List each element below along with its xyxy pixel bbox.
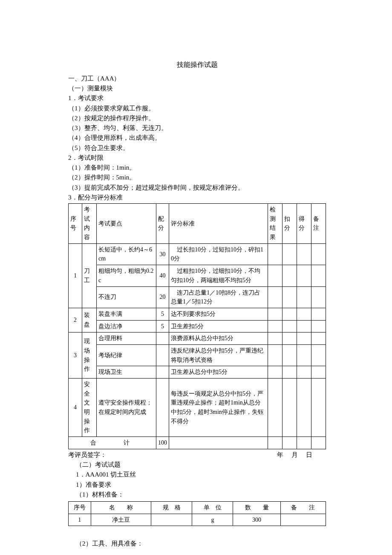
mth-remark: 备 注	[280, 502, 326, 514]
mth-spec: 规 格	[151, 502, 192, 514]
cell-point: 长短适中，长约4～6cm	[97, 243, 156, 265]
cell-point: 遵守安全操作规程；在规定时间内完成	[97, 379, 156, 437]
cell-remark	[311, 332, 326, 345]
section1-heading: 一、刀工（AAA）	[68, 74, 326, 84]
mcell-unit: g	[192, 514, 233, 526]
mcell-remark	[280, 514, 326, 526]
req-item: （4）合理使用原料，出成率高。	[68, 133, 326, 143]
cell-deduct	[282, 265, 297, 286]
req-item: （5）符合卫生要求。	[68, 143, 326, 153]
total-row: 合 计 100	[69, 437, 326, 449]
total-score: 100	[156, 437, 169, 449]
cell-point: 装盘丰满	[97, 308, 156, 320]
cell-check	[268, 265, 282, 286]
cell-content: 现场操作	[82, 332, 97, 379]
cell-remark	[311, 308, 326, 320]
mcell-qty: 300	[233, 514, 280, 526]
cell-check	[268, 437, 282, 449]
cell-deduct	[282, 243, 297, 265]
th-deduct: 扣分	[282, 204, 297, 244]
req-heading: 1．考试要求	[68, 93, 326, 103]
cell-remark	[311, 437, 326, 449]
cell-point: 考场纪律	[97, 344, 156, 366]
cell-deduct	[282, 366, 297, 379]
mth-seq: 序号	[69, 502, 91, 514]
cell-point: 盘边洁净	[97, 320, 156, 332]
table-row: 3 现场操作 合理用料 浪费原料从总分中扣5分	[69, 332, 326, 345]
cell-score	[156, 344, 169, 366]
cell-got	[297, 366, 311, 379]
cell-score: 5	[156, 308, 169, 320]
materials-table: 序号 名 称 规 格 单 位 数 量 备 注 1 净土豆 g 300	[68, 501, 326, 526]
cell-criteria: 过粗扣10分，过细扣10分，不均匀扣10分，两端粗细不均扣5分	[169, 265, 268, 286]
mcell-seq: 1	[69, 514, 91, 526]
cell-criteria: 违反纪律从总分中扣5分，严重违纪将取消考试资格	[169, 344, 268, 366]
th-score: 配分	[156, 204, 169, 244]
cell-check	[268, 243, 282, 265]
signature-row: 考评员签字： 年 月 日	[68, 450, 326, 460]
cell-criteria: 达不到要求扣5分	[169, 308, 268, 320]
time-item: （2）操作时间：5min。	[68, 173, 326, 182]
mcell-spec	[151, 514, 192, 526]
cell-seq: 1	[69, 243, 82, 308]
scoring-table: 序号 考试内容 考试要点 配分 评分标准 检测结果 扣分 得分 备注 1 刀工 …	[68, 203, 326, 449]
th-criteria: 评分标准	[169, 204, 268, 244]
cell-criteria: 卫生差从总分中扣5分	[169, 366, 268, 379]
cell-check	[268, 286, 282, 308]
cell-deduct	[282, 332, 297, 345]
time-heading: 2．考试时限	[68, 153, 326, 163]
cell-score: 5	[156, 320, 169, 332]
table-row: 考场纪律 违反纪律从总分中扣5分，严重违纪将取消考试资格	[69, 344, 326, 366]
page-title: 技能操作试题	[68, 60, 326, 70]
cell-point: 合理用料	[97, 332, 156, 345]
table-row: 不连刀 20 连刀占总量1／10扣8分，连刀占总量1／5扣12分	[69, 286, 326, 308]
signature-right: 年 月 日	[277, 450, 326, 460]
cell-remark	[311, 265, 326, 286]
cell-got	[297, 379, 311, 437]
time-item: （1）准备时间：1min。	[68, 163, 326, 173]
cell-remark	[311, 320, 326, 332]
section2-prep: 1）准备要求	[68, 480, 326, 490]
tools-label: （2）工具、用具准备：	[68, 539, 326, 549]
table-row: 4 安全文明操作 遵守安全操作规程；在规定时间内完成 每违反一项规定从总分中扣5…	[69, 379, 326, 437]
cell-remark	[311, 286, 326, 308]
cell-check	[268, 332, 282, 345]
materials-row: 1 净土豆 g 300	[69, 514, 326, 526]
cell-deduct	[282, 344, 297, 366]
th-points: 考试要点	[97, 204, 156, 244]
section1-sub1: （一）测量模块	[68, 84, 326, 93]
signature-left: 考评员签字：	[68, 450, 107, 460]
cell-remark	[311, 243, 326, 265]
cell-score: 40	[156, 265, 169, 286]
cell-seq: 3	[69, 332, 82, 379]
cell-score	[156, 332, 169, 345]
cell-point: 现场卫生	[97, 366, 156, 379]
scoring-header-row: 序号 考试内容 考试要点 配分 评分标准 检测结果 扣分 得分 备注	[69, 204, 326, 244]
cell-score	[156, 379, 169, 437]
mcell-name: 净土豆	[91, 514, 151, 526]
cell-criteria: 连刀占总量1／10扣8分，连刀占总量1／5扣12分	[169, 286, 268, 308]
cell-got	[297, 320, 311, 332]
cell-content: 刀工	[82, 243, 97, 308]
cell-point: 粗细均匀，粗细为0.2 c	[97, 265, 156, 286]
cell-content: 安全文明操作	[82, 379, 97, 437]
cell-check	[268, 344, 282, 366]
table-row: 1 刀工 长短适中，长约4～6cm 30 过长扣10分，过短扣10分，碎扣10分	[69, 243, 326, 265]
cell-score: 30	[156, 243, 169, 265]
cell-check	[268, 366, 282, 379]
cell-point: 不连刀	[97, 286, 156, 308]
table-row: 盘边洁净 5 卫生差扣5分	[69, 320, 326, 332]
cell-got	[297, 265, 311, 286]
th-remark: 备注	[311, 204, 326, 244]
cell-criteria: 卫生差扣5分	[169, 320, 268, 332]
table-row: 粗细均匀，粗细为0.2 c 40 过粗扣10分，过细扣10分，不均匀扣10分，两…	[69, 265, 326, 286]
mth-name: 名 称	[91, 502, 151, 514]
cell-deduct	[282, 379, 297, 437]
th-seq: 序号	[69, 204, 82, 244]
cell-deduct	[282, 286, 297, 308]
scoring-heading: 3．配分与评分标准	[68, 193, 326, 202]
cell-got	[297, 286, 311, 308]
time-item: （3）提前完成不加分；超过规定操作时间，按规定标准评分。	[68, 183, 326, 193]
cell-got	[297, 437, 311, 449]
req-item: （3）整齐、均匀、利落、无连刀。	[68, 123, 326, 133]
